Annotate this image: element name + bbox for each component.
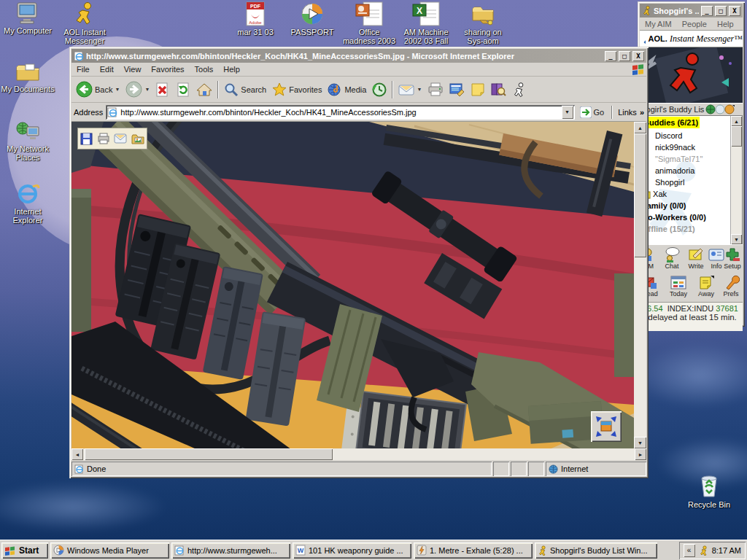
address-input[interactable]: http://www.sturmgewehr.com/bhinton/Heckl… bbox=[120, 108, 558, 117]
ie-vertical-scrollbar[interactable]: ▲ ▼ bbox=[634, 122, 646, 448]
desktop-icon-sharing-on[interactable]: sharing on Sys-aom bbox=[455, 1, 511, 45]
ie-expand-image-button[interactable] bbox=[591, 411, 622, 442]
buddy-group-family[interactable]: Family (0/0) bbox=[642, 200, 742, 211]
aim-maximize-button[interactable]: □ bbox=[715, 6, 727, 16]
buddylist-scrollbar[interactable]: ▲ ▼ bbox=[730, 116, 742, 244]
stop-button[interactable] bbox=[152, 81, 173, 98]
edit-button[interactable] bbox=[446, 81, 468, 98]
desktop-icon-my-network-places[interactable]: My Network Places bbox=[0, 121, 55, 162]
desktop-icon-my-documents[interactable]: My Documents bbox=[0, 61, 55, 93]
ie-scroll-down-button[interactable]: ▼ bbox=[634, 437, 646, 448]
aim-stock-ticker[interactable]: 76.54 INDEX:INDU 37681 es delayed at lea… bbox=[640, 302, 743, 331]
desktop-icon-mar-31-03[interactable]: PDFAdobe mar 31 03 bbox=[228, 1, 283, 36]
hk41-accessories-photo[interactable] bbox=[71, 122, 634, 448]
favorites-button[interactable]: Favorites bbox=[269, 81, 325, 98]
ie-maximize-button[interactable]: □ bbox=[619, 51, 630, 61]
search-icon bbox=[224, 82, 239, 97]
taskbar-button-aim[interactable]: Shopgirl's Buddy List Win... bbox=[535, 542, 657, 559]
aim-minimize-button[interactable]: _ bbox=[701, 6, 713, 16]
aim-menu-my-aim[interactable]: My AIM bbox=[640, 18, 677, 30]
history-button[interactable] bbox=[369, 81, 390, 98]
buddy-xak[interactable]: Xak bbox=[642, 188, 742, 200]
scroll-up-button[interactable]: ▲ bbox=[731, 116, 742, 126]
ie-menu-edit[interactable]: Edit bbox=[95, 63, 119, 75]
ie-menu-file[interactable]: File bbox=[71, 63, 95, 75]
taskbar-button-word[interactable]: W 101 HK weaponry guide ... bbox=[293, 542, 411, 559]
aim-away-button[interactable]: Away bbox=[694, 274, 719, 298]
ie-scroll-left-button[interactable]: ◄ bbox=[71, 448, 83, 460]
aim-buddy-list: Buddies (6/21) Discord nick99nack "Sigma… bbox=[640, 115, 743, 244]
buddy-group-offline[interactable]: Offline (15/21) bbox=[642, 223, 742, 235]
go-button[interactable]: Go bbox=[578, 106, 607, 119]
taskbar-button-ie[interactable]: http://www.sturmgeweh... bbox=[171, 542, 290, 559]
ie-close-button[interactable]: X bbox=[632, 51, 644, 61]
address-field[interactable]: http://www.sturmgewehr.com/bhinton/Heckl… bbox=[106, 105, 574, 120]
refresh-button[interactable] bbox=[173, 81, 193, 98]
buddy-shopgirl[interactable]: Shopgirl bbox=[642, 176, 742, 188]
aim-menu-help[interactable]: Help bbox=[712, 18, 739, 30]
search-button[interactable]: Search bbox=[221, 81, 269, 98]
buddy-animadoria[interactable]: animadoria bbox=[642, 165, 742, 176]
tray-clock[interactable]: 8:17 AM bbox=[712, 546, 741, 555]
scrollbar-thumb[interactable] bbox=[731, 126, 742, 147]
desktop-icon-am-machine[interactable]: X AM Machine 2002 03 Fall bbox=[398, 1, 454, 45]
desktop-icon-aol-instant-messenger[interactable]: AOL Instant Messenger bbox=[57, 1, 112, 45]
desktop-icon-passport[interactable]: PASSPORT bbox=[285, 1, 340, 36]
messenger-button[interactable] bbox=[509, 81, 528, 98]
save-image-button[interactable] bbox=[80, 133, 93, 145]
aim-ad-banner[interactable] bbox=[640, 47, 743, 103]
tray-chevron-button[interactable]: « bbox=[684, 544, 695, 557]
research-button[interactable] bbox=[488, 81, 509, 98]
aim-setup-button[interactable]: Setup bbox=[721, 246, 743, 270]
wallpaper-cloud bbox=[0, 481, 168, 532]
ie-menu-favorites[interactable]: Favorites bbox=[146, 63, 189, 75]
desktop-icon-my-computer[interactable]: My Computer bbox=[0, 1, 55, 35]
ie-menu-help[interactable]: Help bbox=[218, 63, 245, 75]
print-image-button[interactable] bbox=[97, 133, 110, 144]
aim-service-icons[interactable] bbox=[705, 104, 735, 114]
ie-titlebar[interactable]: http://www.sturmgewehr.com/bhinton/Heckl… bbox=[71, 49, 646, 63]
aim-titlebar[interactable]: Shopgirl's ... _ □ X bbox=[640, 4, 743, 18]
desktop-icon-office-madness[interactable]: Office madness 2003 bbox=[341, 1, 397, 45]
buddy-sigmatel71[interactable]: "SigmaTel71" bbox=[642, 153, 742, 165]
desktop-icon-recycle-bin[interactable]: Recycle Bin bbox=[681, 472, 737, 509]
start-button[interactable]: Start bbox=[1, 542, 48, 559]
home-button[interactable] bbox=[193, 81, 215, 98]
my-pictures-button[interactable] bbox=[131, 133, 144, 144]
forward-button[interactable]: ▼ bbox=[123, 79, 152, 99]
buddy-group-buddies[interactable]: Buddies (6/21) bbox=[642, 117, 700, 128]
ie-hscrollbar-thumb[interactable] bbox=[85, 448, 333, 460]
mail-button[interactable]: ▼ bbox=[395, 82, 425, 98]
buddy-group-coworkers[interactable]: Co-Workers (0/0) bbox=[642, 211, 742, 223]
print-button[interactable] bbox=[425, 81, 446, 98]
aim-write-button[interactable]: Write bbox=[684, 246, 708, 270]
aim-today-button[interactable]: Today bbox=[666, 274, 691, 298]
tray-aim-icon[interactable] bbox=[699, 545, 708, 556]
buddy-discord[interactable]: Discord bbox=[642, 130, 742, 141]
discuss-button[interactable] bbox=[468, 81, 488, 98]
ie-horizontal-scrollbar[interactable]: ◄ ► bbox=[71, 448, 646, 460]
ie-scroll-up-button[interactable]: ▲ bbox=[634, 122, 646, 133]
desktop-icon-internet-explorer[interactable]: Internet Explorer bbox=[0, 182, 55, 225]
ie-menu-tools[interactable]: Tools bbox=[190, 63, 219, 75]
buddy-nick99nack[interactable]: nick99nack bbox=[642, 141, 742, 153]
email-image-button[interactable] bbox=[114, 133, 127, 144]
links-chevron[interactable]: » bbox=[640, 108, 644, 117]
ie-vscrollbar-thumb[interactable] bbox=[634, 133, 646, 257]
ie-minimize-button[interactable]: _ bbox=[605, 51, 616, 61]
links-label[interactable]: Links bbox=[618, 108, 637, 117]
ie-scroll-right-button[interactable]: ► bbox=[635, 448, 646, 460]
aim-close-button[interactable]: X bbox=[729, 6, 740, 16]
aim-prefs-button[interactable]: Prefs bbox=[720, 274, 742, 298]
aim-chat-button[interactable]: Chat bbox=[660, 246, 684, 270]
taskbar-button-wmp[interactable]: Windows Media Player bbox=[50, 542, 169, 559]
taskbar-button-winamp[interactable]: 1. Metre - Exhale (5:28) ... bbox=[414, 542, 533, 559]
address-dropdown-button[interactable]: ▼ bbox=[562, 106, 573, 119]
scroll-down-button[interactable]: ▼ bbox=[731, 234, 742, 244]
back-button[interactable]: Back▼ bbox=[73, 79, 123, 99]
media-button[interactable]: Media bbox=[325, 81, 369, 98]
aim-menu-people[interactable]: People bbox=[677, 18, 712, 30]
aim-toolbar-row1: IM Chat Write Info Setup bbox=[640, 244, 743, 273]
ie-menu-view[interactable]: View bbox=[119, 63, 147, 75]
wallpaper-cloud bbox=[635, 343, 747, 408]
